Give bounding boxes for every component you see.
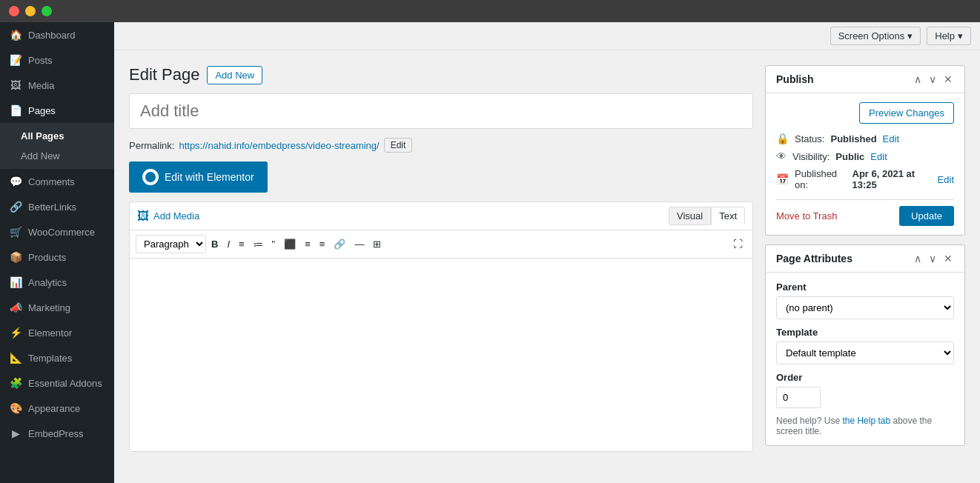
edit-with-elementor-button[interactable]: Edit with Elementor [129, 161, 268, 193]
sidebar-item-label: Media [28, 80, 54, 91]
parent-row: Parent (no parent) [776, 282, 954, 319]
sidebar-item-essential-addons[interactable]: 🧩 Essential Addons [0, 370, 114, 396]
maximize-button[interactable] [42, 6, 52, 16]
screen-options-arrow: ▾ [907, 30, 913, 41]
sidebar-item-appearance[interactable]: 🎨 Appearance [0, 396, 114, 421]
sidebar-item-elementor[interactable]: ⚡ Elementor [0, 320, 114, 345]
link-button[interactable]: 🔗 [330, 236, 349, 252]
page-attributes-panel: Page Attributes ∧ ∨ ✕ Parent (no parent) [765, 244, 965, 446]
preview-changes-button[interactable]: Preview Changes [859, 102, 954, 124]
sidebar-item-betterlinks[interactable]: 🔗 BetterLinks [0, 194, 114, 219]
publish-close[interactable]: ✕ [942, 73, 954, 85]
align-left-button[interactable]: ⬛ [280, 236, 299, 252]
page-title: Edit Page [129, 65, 199, 84]
close-button[interactable] [9, 6, 19, 16]
align-center-button[interactable]: ≡ [301, 236, 314, 252]
media-icon: 🖼 [9, 79, 22, 92]
essential-addons-icon: 🧩 [9, 376, 22, 390]
attributes-close[interactable]: ✕ [942, 253, 954, 264]
add-new-page-button[interactable]: Add New [207, 66, 262, 84]
templates-icon: 📐 [9, 351, 22, 364]
sidebar-item-marketing[interactable]: 📣 Marketing [0, 295, 114, 320]
visibility-icon: 👁 [776, 150, 787, 162]
minimize-button[interactable] [25, 6, 36, 16]
sidebar-item-analytics[interactable]: 📊 Analytics [0, 270, 114, 295]
editor-area: Edit Page Add New Permalink: https://nah… [129, 65, 753, 468]
sidebar-item-woocommerce[interactable]: 🛒 WooCommerce [0, 219, 114, 244]
published-edit-link[interactable]: Edit [938, 174, 954, 185]
fullscreen-button[interactable]: ⛶ [729, 236, 746, 252]
sidebar-item-label: Templates [28, 353, 72, 364]
parent-label: Parent [776, 282, 954, 293]
sidebar-item-label: Products [28, 252, 66, 263]
tab-visual[interactable]: Visual [669, 207, 711, 225]
sidebar-item-products[interactable]: 📦 Products [0, 244, 114, 270]
publish-footer: Move to Trash Update [776, 199, 954, 226]
betterlinks-icon: 🔗 [9, 200, 22, 213]
sidebar-item-templates[interactable]: 📐 Templates [0, 345, 114, 370]
sidebar-item-dashboard[interactable]: 🏠 Dashboard [0, 22, 114, 47]
order-row: Order [776, 372, 954, 408]
elementor-icon: ⚡ [9, 326, 22, 339]
paragraph-select[interactable]: Paragraph [136, 235, 206, 253]
align-right-button[interactable]: ≡ [316, 236, 329, 252]
table-button[interactable]: ⊞ [369, 236, 385, 252]
permalink-url[interactable]: https://nahid.info/embedpress/video-stre… [179, 140, 379, 151]
add-media-label: Add Media [153, 210, 199, 221]
editor-body[interactable] [130, 259, 752, 451]
editor-toolbar: Paragraph B I ≡ ≔ " ⬛ ≡ ≡ 🔗 — ⊞ ⛶ [130, 230, 752, 259]
template-select[interactable]: Default template [776, 342, 954, 364]
status-row: 🔒 Status: Published Edit [776, 133, 954, 144]
sidebar-sub-item-all-pages[interactable]: All Pages [0, 126, 114, 146]
publish-collapse-down[interactable]: ∨ [927, 73, 938, 85]
marketing-icon: 📣 [9, 301, 22, 314]
products-icon: 📦 [9, 250, 22, 264]
help-link[interactable]: the Help tab [842, 416, 890, 426]
titlebar [0, 0, 980, 22]
help-text-before: Need help? Use [776, 416, 842, 426]
woocommerce-icon: 🛒 [9, 225, 22, 239]
topbar: Screen Options ▾ Help ▾ [114, 22, 980, 50]
analytics-icon: 📊 [9, 276, 22, 289]
attributes-panel-controls: ∧ ∨ ✕ [913, 253, 954, 264]
sidebar-item-label: Comments [28, 176, 75, 187]
permalink-label: Permalink: [129, 140, 174, 151]
italic-button[interactable]: I [223, 236, 234, 252]
move-to-trash-link[interactable]: Move to Trash [776, 210, 837, 221]
visibility-value: Public [835, 151, 864, 162]
publish-collapse-up[interactable]: ∧ [913, 73, 923, 85]
attributes-collapse-up[interactable]: ∧ [913, 253, 923, 264]
bold-button[interactable]: B [208, 236, 222, 252]
unordered-list-button[interactable]: ≡ [235, 236, 248, 252]
attributes-collapse-down[interactable]: ∨ [927, 253, 938, 264]
attributes-panel-body: Parent (no parent) Template Default temp… [766, 273, 964, 445]
sidebar-item-comments[interactable]: 💬 Comments [0, 169, 114, 194]
sidebar-item-label: Appearance [28, 403, 80, 414]
comments-icon: 💬 [9, 175, 22, 188]
status-edit-link[interactable]: Edit [883, 133, 899, 144]
ordered-list-button[interactable]: ≔ [250, 236, 267, 252]
blockquote-button[interactable]: " [268, 236, 279, 252]
help-button[interactable]: Help ▾ [927, 27, 971, 45]
sidebar-item-label: BetterLinks [28, 201, 76, 213]
screen-options-button[interactable]: Screen Options ▾ [830, 27, 921, 45]
add-media-button[interactable]: 🖼 Add Media [137, 210, 199, 223]
update-button[interactable]: Update [899, 206, 954, 226]
published-date: Apr 6, 2021 at 13:25 [852, 168, 932, 190]
sidebar-item-pages[interactable]: 📄 Pages [0, 98, 114, 123]
sidebar-item-posts[interactable]: 📝 Posts [0, 47, 114, 73]
order-input[interactable] [776, 387, 821, 408]
dashboard-icon: 🏠 [9, 28, 22, 41]
sidebar-item-label: Elementor [28, 327, 72, 339]
page-content: Edit Page Add New Permalink: https://nah… [114, 50, 980, 483]
tab-text[interactable]: Text [711, 207, 745, 225]
screen-options-label: Screen Options [838, 30, 905, 41]
permalink-edit-button[interactable]: Edit [384, 138, 413, 153]
visibility-edit-link[interactable]: Edit [870, 151, 887, 162]
sidebar-item-embedpress[interactable]: ▶ EmbedPress [0, 421, 114, 446]
parent-select[interactable]: (no parent) [776, 296, 954, 319]
page-title-input[interactable] [129, 93, 753, 129]
sidebar-item-media[interactable]: 🖼 Media [0, 73, 114, 98]
more-button[interactable]: — [351, 236, 368, 252]
sidebar-sub-item-add-new[interactable]: Add New [0, 146, 114, 166]
